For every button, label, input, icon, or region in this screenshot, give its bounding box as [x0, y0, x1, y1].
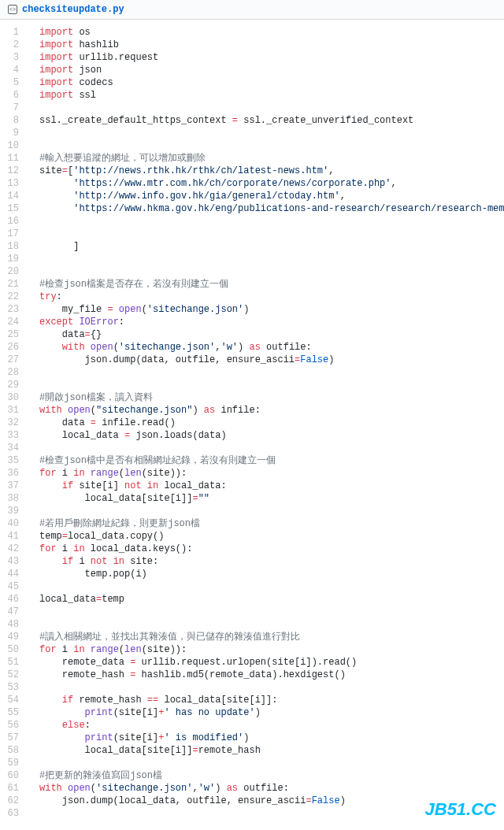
code-line: data={}	[32, 328, 504, 341]
line-number: 18	[0, 240, 24, 253]
code-line	[32, 228, 504, 240]
code-line: site=['http://news.rthk.hk/rthk/ch/lates…	[32, 165, 504, 177]
code-line: import ssl	[32, 89, 504, 102]
code-line: with open('sitechange.json','w') as outf…	[32, 782, 504, 795]
line-number: 38	[0, 492, 24, 505]
line-number: 20	[0, 265, 24, 278]
code-line: if site[i] not in local_data:	[32, 480, 504, 492]
line-number: 10	[0, 139, 24, 152]
line-number: 42	[0, 543, 24, 555]
code-line: json.dump(data, outfile, ensure_ascii=Fa…	[32, 354, 504, 366]
code-line: import os	[32, 26, 504, 39]
line-number: 46	[0, 593, 24, 606]
code-line: 'https://www.mtr.com.hk/ch/corporate/new…	[32, 177, 504, 190]
code-line: with open("sitechange.json") as infile:	[32, 404, 504, 417]
line-number: 53	[0, 681, 24, 694]
line-number: 13	[0, 177, 24, 190]
line-number: 57	[0, 732, 24, 744]
code-line: else:	[32, 719, 504, 732]
line-number: 35	[0, 454, 24, 467]
file-header: <> checksiteupdate.py	[0, 0, 504, 20]
line-number: 60	[0, 769, 24, 782]
line-number: 31	[0, 404, 24, 417]
line-number: 56	[0, 719, 24, 732]
line-number: 48	[0, 618, 24, 631]
code-file-icon: <>	[8, 5, 17, 14]
line-number: 27	[0, 354, 24, 366]
code-line: except IOError:	[32, 316, 504, 328]
line-number: 30	[0, 391, 24, 404]
code-line: print(site[i]+' has no update')	[32, 706, 504, 719]
line-number: 32	[0, 417, 24, 429]
line-number: 12	[0, 165, 24, 177]
line-number: 39	[0, 505, 24, 517]
code-line: data = infile.read()	[32, 417, 504, 429]
code-line: import urllib.request	[32, 51, 504, 64]
code-line: if remote_hash == local_data[site[i]]:	[32, 694, 504, 706]
line-number: 37	[0, 480, 24, 492]
line-number: 59	[0, 757, 24, 769]
code-line: local_data=temp	[32, 593, 504, 606]
line-number: 6	[0, 89, 24, 102]
line-number-gutter: 1234567891011121314151617181920212223242…	[0, 20, 32, 826]
code-line: my_file = open('sitechange.json')	[32, 303, 504, 316]
line-number: 50	[0, 643, 24, 656]
line-number: 25	[0, 328, 24, 341]
line-number: 15	[0, 202, 24, 215]
code-body: import osimport hashlibimport urllib.req…	[32, 20, 504, 826]
line-number: 52	[0, 669, 24, 681]
watermark-logo: JB51.CC	[425, 799, 496, 820]
line-number: 47	[0, 606, 24, 618]
code-line	[32, 379, 504, 391]
code-line: #讀入相關網址，並找出其雜湊值，與已儲存的雜湊值進行對比	[32, 631, 504, 643]
code-line	[32, 102, 504, 114]
code-line: temp=local_data.copy()	[32, 530, 504, 543]
code-line	[32, 215, 504, 228]
code-line: remote_hash = hashlib.md5(remote_data).h…	[32, 669, 504, 681]
line-number: 63	[0, 807, 24, 820]
code-line: #檢查json檔案是否存在，若沒有則建立一個	[32, 278, 504, 291]
code-container: 1234567891011121314151617181920212223242…	[0, 20, 504, 826]
line-number: 40	[0, 517, 24, 530]
code-line	[32, 442, 504, 454]
line-number: 3	[0, 51, 24, 64]
line-number: 49	[0, 631, 24, 643]
code-line: 'https://www.hkma.gov.hk/eng/publication…	[32, 202, 504, 215]
code-line: import hashlib	[32, 39, 504, 51]
line-number: 45	[0, 580, 24, 593]
line-number: 28	[0, 366, 24, 379]
line-number: 17	[0, 228, 24, 240]
line-number: 36	[0, 467, 24, 480]
line-number: 19	[0, 253, 24, 265]
line-number: 2	[0, 39, 24, 51]
line-number: 24	[0, 316, 24, 328]
line-number: 14	[0, 190, 24, 202]
line-number: 29	[0, 379, 24, 391]
line-number: 21	[0, 278, 24, 291]
code-line	[32, 580, 504, 593]
file-name[interactable]: checksiteupdate.py	[22, 4, 124, 15]
code-line	[32, 366, 504, 379]
line-number: 61	[0, 782, 24, 795]
line-number: 1	[0, 26, 24, 39]
line-number: 44	[0, 568, 24, 580]
code-line	[32, 606, 504, 618]
line-number: 41	[0, 530, 24, 543]
line-number: 7	[0, 102, 24, 114]
code-line: local_data[site[i]]=""	[32, 492, 504, 505]
code-line: local_data[site[i]]=remote_hash	[32, 744, 504, 757]
code-line: #把更新的雜湊值寫回json檔	[32, 769, 504, 782]
code-line: for i in range(len(site)):	[32, 643, 504, 656]
code-line	[32, 618, 504, 631]
code-line: import codecs	[32, 76, 504, 89]
code-line	[32, 681, 504, 694]
line-number: 54	[0, 694, 24, 706]
code-line: remote_data = urllib.request.urlopen(sit…	[32, 656, 504, 669]
line-number: 5	[0, 76, 24, 89]
code-line: temp.pop(i)	[32, 568, 504, 580]
line-number: 11	[0, 152, 24, 165]
code-line: local_data = json.loads(data)	[32, 429, 504, 442]
code-line: #開啟json檔案，讀入資料	[32, 391, 504, 404]
code-line: ]	[32, 240, 504, 253]
code-line: if i not in site:	[32, 555, 504, 568]
